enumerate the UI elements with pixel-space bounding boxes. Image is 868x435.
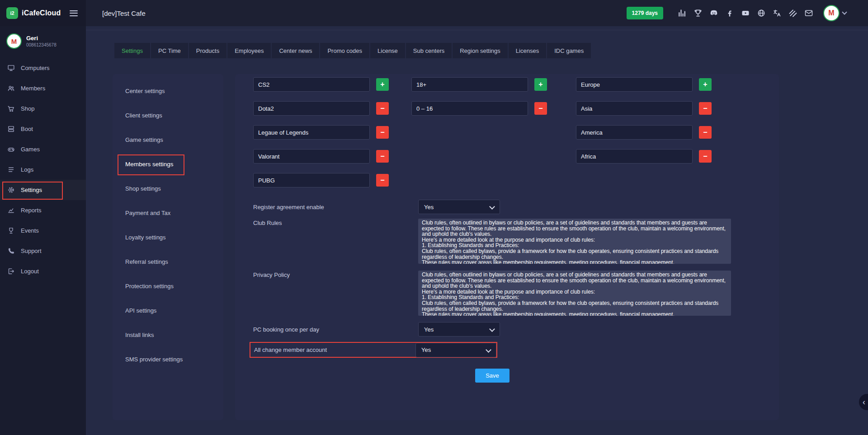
game-input-3[interactable] bbox=[253, 149, 370, 164]
app-window: i2 iCafeCloud [dev]Test Cafe 1279 days bbox=[0, 0, 868, 435]
stats-icon[interactable] bbox=[677, 8, 687, 18]
tab-products[interactable]: Products bbox=[189, 43, 226, 58]
add-region-button[interactable]: + bbox=[699, 78, 712, 91]
sidebar-item-shop[interactable]: Shop bbox=[0, 98, 86, 119]
gear-icon bbox=[7, 186, 15, 194]
game-input-0[interactable] bbox=[253, 77, 370, 92]
submenu-item-client-settings[interactable]: Client settings bbox=[113, 103, 223, 127]
translate-icon[interactable] bbox=[772, 8, 782, 18]
submenu-item-referral-settings[interactable]: Referral settings bbox=[113, 249, 223, 274]
user-avatar: M bbox=[6, 33, 22, 49]
submenu-item-sms-provider-settings[interactable]: SMS provider settings bbox=[113, 347, 223, 371]
sidebar-item-logout[interactable]: Logout bbox=[0, 261, 86, 281]
submenu-item-payment-and-tax[interactable]: Payment and Tax bbox=[113, 201, 223, 225]
trophy-icon[interactable] bbox=[693, 8, 703, 18]
region-input-3[interactable] bbox=[576, 149, 693, 164]
remove-region-button[interactable]: − bbox=[699, 126, 712, 139]
gamepad-icon bbox=[7, 145, 15, 153]
remove-game-button[interactable]: − bbox=[376, 126, 389, 139]
sidebar-item-computers[interactable]: Computers bbox=[0, 58, 86, 78]
sidebar-item-label: Members bbox=[21, 85, 45, 92]
add-age-button[interactable]: + bbox=[534, 78, 547, 91]
list-item: + bbox=[411, 77, 547, 92]
submenu-item-api-settings[interactable]: API settings bbox=[113, 298, 223, 323]
facebook-icon[interactable] bbox=[725, 8, 735, 18]
main-content: Settings PC Time Products Employees Cent… bbox=[86, 26, 868, 435]
tab-pc-time[interactable]: PC Time bbox=[151, 43, 188, 58]
region-input-0[interactable] bbox=[576, 77, 693, 92]
user-card[interactable]: M Geri 008612345678 bbox=[0, 26, 86, 55]
tab-settings[interactable]: Settings bbox=[114, 43, 150, 58]
sidebar-item-label: Logs bbox=[21, 166, 33, 173]
select-value: Yes bbox=[421, 346, 431, 353]
tab-employees[interactable]: Employees bbox=[227, 43, 271, 58]
tab-region-settings[interactable]: Region settings bbox=[453, 43, 508, 58]
mail-icon[interactable] bbox=[804, 8, 814, 18]
sidebar-item-label: Events bbox=[21, 227, 39, 234]
tab-center-news[interactable]: Center news bbox=[272, 43, 319, 58]
logo-icon: i2 bbox=[6, 7, 18, 19]
submenu-item-center-settings[interactable]: Center settings bbox=[113, 79, 223, 103]
add-game-button[interactable]: + bbox=[376, 78, 389, 91]
tab-licenses[interactable]: Licenses bbox=[509, 43, 546, 58]
steam-icon[interactable] bbox=[788, 8, 798, 18]
pc-booking-select[interactable]: Yes bbox=[418, 322, 500, 337]
sidebar-item-reports[interactable]: Reports bbox=[0, 200, 86, 220]
sidebar-item-logs[interactable]: Logs bbox=[0, 159, 86, 180]
list-item: − bbox=[576, 149, 712, 164]
remove-age-button[interactable]: − bbox=[534, 102, 547, 115]
region-input-1[interactable] bbox=[576, 101, 693, 116]
game-input-4[interactable] bbox=[253, 173, 370, 187]
all-change-select[interactable]: Yes bbox=[415, 343, 496, 357]
tab-promo-codes[interactable]: Promo codes bbox=[320, 43, 369, 58]
tab-sub-centers[interactable]: Sub centers bbox=[406, 43, 452, 58]
account-menu[interactable]: M bbox=[823, 5, 846, 21]
submenu-item-members-settings[interactable]: Members settings bbox=[113, 152, 223, 176]
remove-game-button[interactable]: − bbox=[376, 174, 389, 187]
all-change-label: All change member account bbox=[254, 346, 415, 353]
age-input-1[interactable] bbox=[411, 101, 528, 116]
submenu-item-protection-settings[interactable]: Protection settings bbox=[113, 274, 223, 298]
remove-game-button[interactable]: − bbox=[376, 102, 389, 115]
settings-tabs: Settings PC Time Products Employees Cent… bbox=[114, 43, 868, 58]
submenu-item-install-links[interactable]: Install links bbox=[113, 323, 223, 347]
license-days-badge[interactable]: 1279 days bbox=[627, 7, 663, 19]
chevron-down-icon bbox=[842, 9, 847, 14]
sidebar-item-label: Shop bbox=[21, 105, 34, 112]
sidebar-item-members[interactable]: Members bbox=[0, 78, 86, 98]
brand[interactable]: i2 iCafeCloud bbox=[0, 0, 86, 26]
sidebar-item-events[interactable]: Events bbox=[0, 220, 86, 241]
sidebar-item-games[interactable]: Games bbox=[0, 139, 86, 159]
sidebar-item-boot[interactable]: Boot bbox=[0, 119, 86, 139]
globe-icon[interactable] bbox=[756, 8, 766, 18]
cart-icon bbox=[7, 105, 15, 112]
youtube-icon[interactable] bbox=[741, 8, 750, 18]
tab-idc-games[interactable]: IDC games bbox=[547, 43, 591, 58]
sidebar-item-label: Settings bbox=[21, 187, 42, 193]
remove-game-button[interactable]: − bbox=[376, 150, 389, 163]
discord-icon[interactable] bbox=[709, 8, 719, 18]
submenu-item-loyalty-settings[interactable]: Loyalty settings bbox=[113, 225, 223, 249]
phone-icon bbox=[7, 247, 15, 255]
save-button[interactable]: Save bbox=[475, 369, 509, 383]
submenu-item-shop-settings[interactable]: Shop settings bbox=[113, 176, 223, 201]
menu-icon[interactable] bbox=[68, 7, 80, 19]
remove-region-button[interactable]: − bbox=[699, 150, 712, 163]
age-input-0[interactable] bbox=[411, 77, 528, 92]
sidebar-item-support[interactable]: Support bbox=[0, 241, 86, 261]
club-rules-textarea[interactable]: Club rules, often outlined in bylaws or … bbox=[418, 219, 731, 264]
tab-license[interactable]: License bbox=[370, 43, 405, 58]
club-rules-row: Club Rules Club rules, often outlined in… bbox=[253, 219, 761, 264]
sidebar-item-label: Logout bbox=[21, 268, 39, 275]
register-agreement-select[interactable]: Yes bbox=[418, 200, 500, 214]
game-input-1[interactable] bbox=[253, 101, 370, 116]
sidebar-item-label: Boot bbox=[21, 126, 33, 132]
users-icon bbox=[7, 84, 15, 92]
privacy-policy-textarea[interactable]: Club rules, often outlined in bylaws or … bbox=[418, 271, 731, 316]
remove-region-button[interactable]: − bbox=[699, 102, 712, 115]
game-input-2[interactable] bbox=[253, 125, 370, 140]
submenu-item-game-settings[interactable]: Game settings bbox=[113, 127, 223, 152]
region-input-2[interactable] bbox=[576, 125, 693, 140]
sidebar-item-settings[interactable]: Settings bbox=[0, 180, 86, 200]
pc-booking-label: PC booking once per day bbox=[253, 326, 418, 333]
